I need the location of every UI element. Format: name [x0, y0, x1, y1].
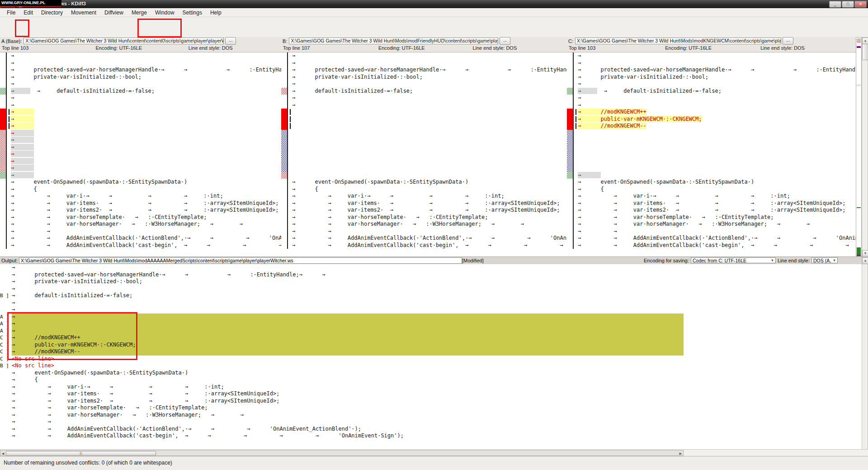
- scroll-up-arrow[interactable]: ▲: [862, 38, 868, 44]
- diff-indicator-margin: [0, 116, 7, 123]
- diff-overview-column[interactable]: [856, 37, 862, 256]
- diff-indicator-margin: [281, 66, 288, 74]
- encoding-dropdown[interactable]: Codec from C: UTF-16LE▼: [691, 257, 776, 263]
- diff-indicator-margin: [567, 74, 574, 81]
- pane-c-browse-button[interactable]: ...: [783, 37, 793, 45]
- pane-b-browse-button[interactable]: ...: [500, 37, 510, 45]
- diff-indicator-margin: [0, 242, 7, 249]
- pane-b-path[interactable]: X:\Games\GOG Games\The Witcher 3 Wild Hu…: [289, 38, 498, 44]
- diff-indicator-margin: [281, 60, 288, 67]
- code-line: → → var·horseTemplate· → :·CEntityTempla…: [281, 214, 567, 221]
- code-line: → → var·items· → → → :·array<SItemUnique…: [0, 200, 281, 207]
- diff-indicator-margin: [567, 130, 574, 137]
- diff-indicator-margin: [567, 235, 574, 242]
- menu-help[interactable]: Help: [206, 9, 226, 17]
- menu-merge[interactable]: Merge: [127, 9, 151, 17]
- diff-indicator-margin: [281, 81, 288, 88]
- output-line: →: [0, 299, 862, 307]
- code-line: →: [567, 60, 856, 67]
- scroll-thumb[interactable]: [862, 44, 868, 60]
- diff-indicator-margin: [567, 123, 574, 130]
- pane-c-path[interactable]: X:\Games\GOG Games\The Witcher 3 Wild Hu…: [575, 38, 781, 44]
- modified-badge: [Modified]: [462, 258, 484, 263]
- output-line: → private·var·isInitialized·:·bool;: [0, 278, 862, 285]
- output-label: Output:: [1, 258, 18, 263]
- diff-indicator-margin: [567, 88, 574, 95]
- menu-settings[interactable]: Settings: [179, 9, 206, 17]
- scroll-down-arrow[interactable]: ▼: [862, 250, 868, 257]
- output-path[interactable]: X:\Games\GOG Games\The Witcher 3 Wild Hu…: [19, 257, 462, 264]
- output-vertical-scrollbar[interactable]: ▲ ▼: [862, 257, 868, 456]
- pane-a-editor[interactable]: →→→ protected·saved→var·horseManagerHand…: [0, 52, 281, 257]
- pane-a-line-end: Line end style: DOS: [189, 45, 233, 51]
- scrollbar-track[interactable]: ◀ ||| ▶: [0, 450, 684, 456]
- output-line: → → var·horseManager· → :·W3HorseManager…: [0, 412, 862, 419]
- menu-directory[interactable]: Directory: [37, 9, 67, 17]
- pane-c: C: X:\Games\GOG Games\The Witcher 3 Wild…: [567, 37, 856, 256]
- output-horizontal-scrollbar[interactable]: ◀ ||| ▶: [0, 449, 868, 456]
- scroll-up-arrow[interactable]: ▲: [862, 257, 868, 264]
- pane-b-editor[interactable]: →→→ protected·saved→var·horseManagerHand…: [281, 52, 567, 257]
- line-end-dropdown[interactable]: DOS (A, B, C)▼: [811, 257, 838, 263]
- diff-indicator-margin: [0, 151, 7, 158]
- output-line: → → var·i·→ → → → :·int;: [0, 384, 862, 391]
- pane-a-browse-button[interactable]: ...: [225, 37, 236, 45]
- annotation-red-box-abc: [137, 19, 182, 38]
- pane-c-path-row: C: X:\Games\GOG Games\The Witcher 3 Wild…: [567, 37, 856, 45]
- code-line: [281, 123, 567, 130]
- code-line: → //modKNGEWCM++: [567, 109, 856, 116]
- code-line: → event·OnSpawned(·spawnData·:·SEntitySp…: [567, 179, 856, 186]
- close-button[interactable]: ✕: [854, 1, 867, 8]
- code-line: → default·isInitialized·=·false;: [281, 88, 567, 95]
- diff-indicator-margin: [281, 116, 288, 123]
- text-caret: [9, 123, 9, 129]
- pane-a-path[interactable]: X:\Games\GOG Games\The Witcher 3 Wild Hu…: [24, 38, 224, 44]
- pane-c-editor[interactable]: →→→ protected·saved→var·horseManagerHand…: [567, 52, 856, 257]
- annotation-red-box-merge: [7, 312, 137, 360]
- title-bar: playerWitcher.ws - KDiff3 _ □ ✕: [0, 0, 868, 8]
- merge-source-letter: B ]: [0, 292, 11, 299]
- scroll-right-arrow[interactable]: ▶: [678, 451, 683, 456]
- menu-file[interactable]: File: [3, 9, 19, 17]
- scroll-left-arrow[interactable]: ◀: [0, 451, 5, 456]
- output-line: → event·OnSpawned(·spawnData·:·SEntitySp…: [0, 370, 862, 377]
- chevron-down-icon: ▼: [770, 258, 775, 262]
- pane-c-top-line: Top line 103: [569, 45, 595, 51]
- scrollbar-thumb[interactable]: |||: [6, 451, 156, 456]
- menu-movement[interactable]: Movement: [67, 9, 100, 17]
- diff-indicator-margin: [0, 66, 7, 74]
- pane-a: A (Base): X:\Games\GOG Games\The Witcher…: [0, 37, 281, 256]
- menu-edit[interactable]: Edit: [19, 9, 37, 17]
- diff-indicator-margin: [0, 102, 7, 109]
- diff-indicator-margin: [567, 207, 574, 214]
- output-line: →: [0, 285, 862, 293]
- pane-c-line-end: Line end style: DOS: [760, 45, 805, 51]
- diff-indicator-margin: [567, 109, 574, 116]
- minimize-button[interactable]: _: [829, 1, 841, 8]
- code-line: → {: [0, 186, 281, 193]
- diff-indicator-margin: [567, 151, 574, 158]
- encoding-value: Codec from C: UTF-16LE: [693, 258, 746, 263]
- code-line: →: [0, 151, 281, 158]
- diff-indicator-margin: [567, 228, 574, 235]
- code-line: [567, 144, 856, 151]
- diff-vertical-scrollbar[interactable]: ▲ ▼: [862, 37, 868, 256]
- code-line: → event·OnSpawned(·spawnData·:·SEntitySp…: [0, 179, 281, 186]
- menu-diffview[interactable]: Diffview: [100, 9, 127, 17]
- overview-mark-red: [857, 38, 861, 43]
- maximize-button[interactable]: □: [842, 1, 854, 8]
- code-line: → → default·isInitialized·=·false;: [567, 88, 856, 95]
- encoding-for-saving-label: Encoding for saving:: [644, 258, 689, 263]
- menu-window[interactable]: Window: [151, 9, 179, 17]
- output-line: → →: [0, 418, 862, 426]
- diff-indicator-margin: [0, 158, 7, 165]
- code-line: [567, 165, 856, 172]
- diff-indicator-margin: [567, 137, 574, 144]
- code-line: →: [0, 123, 281, 130]
- output-line: → → var·items· → → → :·array<SItemUnique…: [0, 390, 862, 398]
- code-line: → protected·saved→var·horseManagerHandle…: [281, 66, 567, 74]
- text-caret: [290, 109, 291, 115]
- code-line: →: [0, 60, 281, 67]
- code-line: → → var·items· → → → :·array<SItemUnique…: [281, 200, 567, 207]
- diff-indicator-margin: [281, 200, 288, 207]
